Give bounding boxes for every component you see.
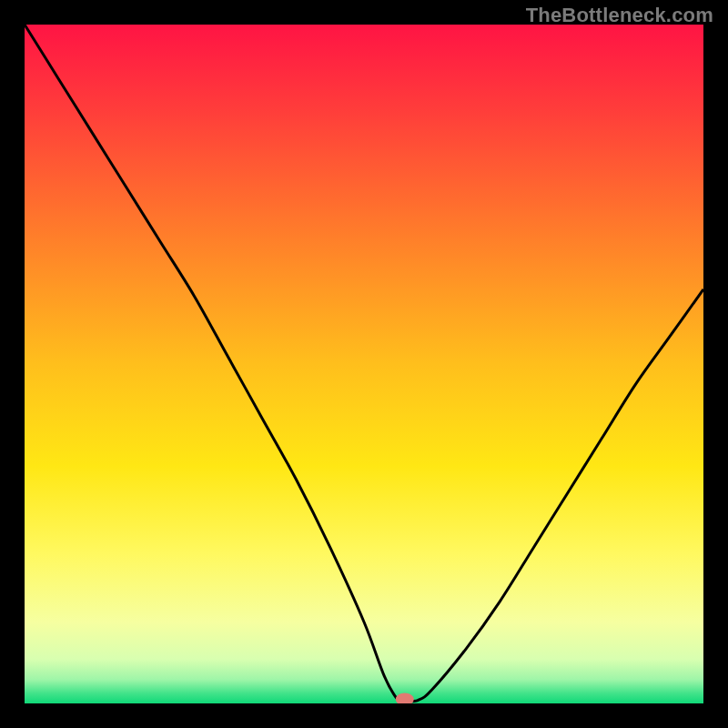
plot-svg bbox=[25, 25, 703, 703]
plot-area bbox=[25, 25, 703, 703]
gradient-background bbox=[25, 25, 703, 703]
chart-frame: TheBottleneck.com bbox=[0, 0, 728, 728]
